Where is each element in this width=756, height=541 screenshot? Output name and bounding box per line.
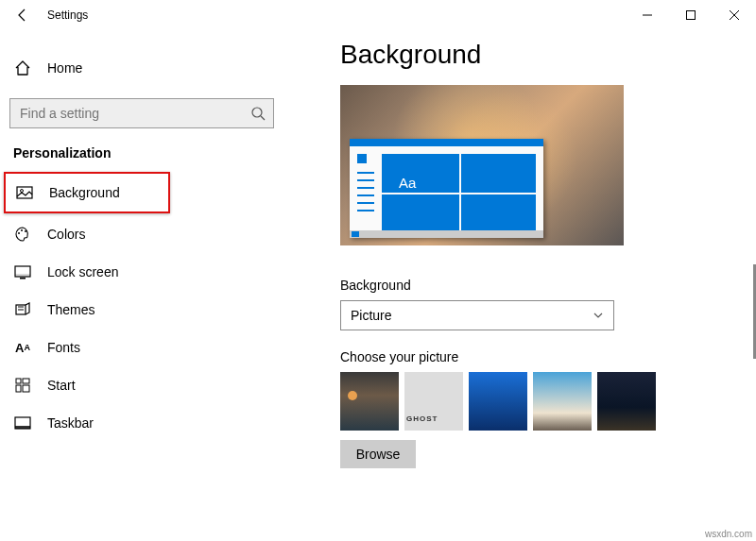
sidebar-item-label: Lock screen <box>47 264 118 279</box>
search-input[interactable] <box>9 98 274 128</box>
svg-point-6 <box>18 232 20 234</box>
svg-rect-11 <box>20 278 26 279</box>
window-title: Settings <box>47 8 88 22</box>
svg-rect-18 <box>15 426 30 429</box>
picture-icon <box>15 183 34 202</box>
chevron-down-icon <box>593 310 604 321</box>
maximize-button[interactable] <box>669 0 713 30</box>
desktop-preview: Aa <box>340 85 624 245</box>
svg-rect-1 <box>687 11 696 20</box>
themes-icon <box>13 300 32 319</box>
svg-rect-16 <box>23 385 29 392</box>
svg-rect-14 <box>23 379 29 383</box>
choose-picture-label: Choose your picture <box>340 349 748 364</box>
search-icon <box>250 106 266 121</box>
titlebar: Settings <box>0 0 756 30</box>
sidebar-item-lockscreen[interactable]: Lock screen <box>0 253 284 291</box>
sidebar-item-taskbar[interactable]: Taskbar <box>0 404 284 442</box>
start-icon <box>13 376 32 395</box>
sidebar-item-label: Colors <box>47 227 85 242</box>
page-title: Background <box>340 40 748 70</box>
svg-rect-10 <box>15 274 30 277</box>
close-button[interactable] <box>713 0 756 30</box>
picture-thumb-5[interactable] <box>597 372 656 431</box>
sidebar: Home Personalization Background Colors L… <box>0 30 284 541</box>
sidebar-item-colors[interactable]: Colors <box>0 215 284 253</box>
browse-button[interactable]: Browse <box>340 440 416 468</box>
background-field-label: Background <box>340 278 748 293</box>
lockscreen-icon <box>13 262 32 281</box>
picture-thumb-3[interactable] <box>469 372 527 431</box>
preview-aa: Aa <box>399 175 416 191</box>
svg-point-5 <box>21 190 24 193</box>
sidebar-item-label: Start <box>47 378 76 393</box>
svg-rect-15 <box>16 385 21 392</box>
picture-thumbnails <box>340 372 748 431</box>
fonts-icon: AA <box>13 338 32 357</box>
svg-line-3 <box>261 116 265 120</box>
watermark: wsxdn.com <box>705 529 752 539</box>
home-icon <box>13 59 32 77</box>
home-button[interactable]: Home <box>0 49 284 87</box>
sidebar-item-fonts[interactable]: AA Fonts <box>0 329 284 366</box>
sidebar-item-background[interactable]: Background <box>4 172 170 213</box>
sidebar-item-label: Fonts <box>47 340 80 355</box>
svg-point-7 <box>21 229 23 231</box>
back-button[interactable] <box>4 0 42 30</box>
sidebar-item-start[interactable]: Start <box>0 366 284 404</box>
content-area: Background Aa Background Picture Choose … <box>340 40 748 541</box>
browse-label: Browse <box>356 447 401 462</box>
svg-point-8 <box>25 230 26 232</box>
minimize-button[interactable] <box>626 0 669 30</box>
sample-window: Aa <box>350 139 543 238</box>
section-header: Personalization <box>13 145 284 161</box>
palette-icon <box>13 225 32 244</box>
picture-thumb-4[interactable] <box>533 372 592 431</box>
background-dropdown[interactable]: Picture <box>340 300 614 330</box>
picture-thumb-2[interactable] <box>404 372 463 431</box>
dropdown-value: Picture <box>351 308 392 323</box>
home-label: Home <box>47 60 82 76</box>
search-field[interactable] <box>18 105 250 122</box>
svg-rect-13 <box>16 379 21 383</box>
taskbar-icon <box>13 414 32 432</box>
sidebar-item-themes[interactable]: Themes <box>0 291 284 329</box>
sidebar-item-label: Taskbar <box>47 415 94 431</box>
sidebar-item-label: Themes <box>47 302 95 317</box>
picture-thumb-1[interactable] <box>340 372 399 431</box>
sidebar-item-label: Background <box>49 185 120 200</box>
svg-point-2 <box>252 108 262 117</box>
